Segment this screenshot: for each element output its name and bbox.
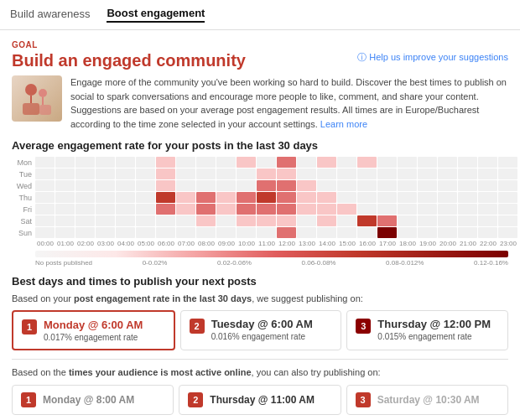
heatmap-cell[interactable] bbox=[196, 204, 216, 215]
heatmap-cell[interactable] bbox=[237, 204, 256, 215]
heatmap-cell[interactable] bbox=[297, 204, 316, 215]
heatmap-cell[interactable] bbox=[176, 192, 195, 203]
heatmap-cell[interactable] bbox=[35, 215, 55, 226]
heatmap-cell[interactable] bbox=[237, 180, 256, 191]
heatmap-cell[interactable] bbox=[478, 204, 497, 215]
heatmap-cell[interactable] bbox=[116, 227, 135, 238]
heatmap-cell[interactable] bbox=[337, 204, 356, 215]
heatmap-cell[interactable] bbox=[377, 192, 397, 203]
heatmap-cell[interactable] bbox=[498, 169, 517, 179]
heatmap-cell[interactable] bbox=[75, 192, 95, 203]
heatmap-cell[interactable] bbox=[96, 215, 115, 226]
heatmap-cell[interactable] bbox=[96, 227, 115, 238]
heatmap-cell[interactable] bbox=[297, 169, 316, 179]
heatmap-cell[interactable] bbox=[96, 192, 115, 203]
heatmap-cell[interactable] bbox=[216, 192, 236, 203]
heatmap-cell[interactable] bbox=[297, 192, 316, 203]
heatmap-cell[interactable] bbox=[257, 157, 276, 168]
heatmap-cell[interactable] bbox=[176, 215, 195, 226]
heatmap-cell[interactable] bbox=[398, 180, 417, 191]
heatmap-cell[interactable] bbox=[257, 227, 276, 238]
heatmap-cell[interactable] bbox=[96, 169, 115, 179]
heatmap-cell[interactable] bbox=[398, 227, 417, 238]
heatmap-cell[interactable] bbox=[418, 169, 437, 179]
heatmap-cell[interactable] bbox=[478, 227, 497, 238]
heatmap-cell[interactable] bbox=[398, 192, 417, 203]
heatmap-cell[interactable] bbox=[75, 215, 95, 226]
heatmap-cell[interactable] bbox=[196, 157, 216, 168]
heatmap-cell[interactable] bbox=[277, 192, 296, 203]
heatmap-cell[interactable] bbox=[35, 180, 55, 191]
heatmap-cell[interactable] bbox=[116, 180, 135, 191]
heatmap-cell[interactable] bbox=[116, 215, 135, 226]
heatmap-cell[interactable] bbox=[398, 204, 417, 215]
heatmap-cell[interactable] bbox=[176, 204, 195, 215]
heatmap-cell[interactable] bbox=[277, 157, 296, 168]
heatmap-cell[interactable] bbox=[438, 180, 457, 191]
heatmap-cell[interactable] bbox=[357, 157, 377, 168]
heatmap-cell[interactable] bbox=[357, 215, 377, 226]
heatmap-cell[interactable] bbox=[317, 227, 336, 238]
heatmap-cell[interactable] bbox=[377, 157, 397, 168]
heatmap-cell[interactable] bbox=[418, 180, 437, 191]
heatmap-cell[interactable] bbox=[438, 204, 457, 215]
heatmap-cell[interactable] bbox=[337, 169, 356, 179]
heatmap-cell[interactable] bbox=[478, 215, 497, 226]
heatmap-cell[interactable] bbox=[216, 215, 236, 226]
heatmap-cell[interactable] bbox=[317, 180, 336, 191]
heatmap-cell[interactable] bbox=[257, 169, 276, 179]
heatmap-cell[interactable] bbox=[337, 180, 356, 191]
heatmap-cell[interactable] bbox=[458, 180, 477, 191]
heatmap-cell[interactable] bbox=[277, 169, 296, 179]
heatmap-cell[interactable] bbox=[35, 227, 55, 238]
heatmap-cell[interactable] bbox=[458, 215, 477, 226]
heatmap-cell[interactable] bbox=[156, 215, 175, 226]
heatmap-cell[interactable] bbox=[237, 227, 256, 238]
heatmap-cell[interactable] bbox=[257, 215, 276, 226]
heatmap-cell[interactable] bbox=[438, 192, 457, 203]
learn-more-link[interactable]: Learn more bbox=[320, 119, 367, 129]
heatmap-cell[interactable] bbox=[337, 215, 356, 226]
heatmap-cell[interactable] bbox=[116, 204, 135, 215]
heatmap-cell[interactable] bbox=[237, 192, 256, 203]
heatmap-cell[interactable] bbox=[398, 215, 417, 226]
heatmap-cell[interactable] bbox=[418, 204, 437, 215]
heatmap-cell[interactable] bbox=[136, 192, 155, 203]
heatmap-cell[interactable] bbox=[337, 227, 356, 238]
help-link[interactable]: Help us improve your suggestions bbox=[357, 51, 508, 64]
heatmap-cell[interactable] bbox=[55, 192, 75, 203]
heatmap-cell[interactable] bbox=[357, 169, 377, 179]
heatmap-cell[interactable] bbox=[398, 157, 417, 168]
heatmap-cell[interactable] bbox=[35, 204, 55, 215]
heatmap-cell[interactable] bbox=[458, 204, 477, 215]
nav-build[interactable]: Build awareness bbox=[10, 8, 90, 22]
heatmap-cell[interactable] bbox=[55, 215, 75, 226]
heatmap-cell[interactable] bbox=[35, 169, 55, 179]
heatmap-cell[interactable] bbox=[216, 227, 236, 238]
heatmap-cell[interactable] bbox=[237, 169, 256, 179]
heatmap-cell[interactable] bbox=[317, 215, 336, 226]
heatmap-cell[interactable] bbox=[498, 192, 517, 203]
heatmap-cell[interactable] bbox=[438, 227, 457, 238]
heatmap-cell[interactable] bbox=[136, 169, 155, 179]
heatmap-cell[interactable] bbox=[458, 227, 477, 238]
heatmap-cell[interactable] bbox=[96, 180, 115, 191]
heatmap-cell[interactable] bbox=[176, 169, 195, 179]
heatmap-cell[interactable] bbox=[35, 192, 55, 203]
heatmap-cell[interactable] bbox=[297, 180, 316, 191]
heatmap-cell[interactable] bbox=[237, 157, 256, 168]
heatmap-cell[interactable] bbox=[377, 204, 397, 215]
heatmap-cell[interactable] bbox=[176, 157, 195, 168]
heatmap-cell[interactable] bbox=[277, 204, 296, 215]
heatmap-cell[interactable] bbox=[196, 180, 216, 191]
heatmap-cell[interactable] bbox=[498, 180, 517, 191]
heatmap-cell[interactable] bbox=[75, 204, 95, 215]
heatmap-cell[interactable] bbox=[458, 157, 477, 168]
heatmap-cell[interactable] bbox=[75, 157, 95, 168]
heatmap-cell[interactable] bbox=[498, 215, 517, 226]
heatmap-cell[interactable] bbox=[55, 169, 75, 179]
heatmap-cell[interactable] bbox=[317, 192, 336, 203]
heatmap-cell[interactable] bbox=[116, 157, 135, 168]
heatmap-cell[interactable] bbox=[156, 169, 175, 179]
heatmap-cell[interactable] bbox=[418, 157, 437, 168]
